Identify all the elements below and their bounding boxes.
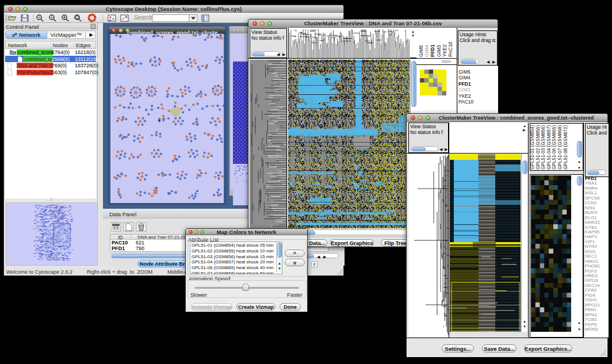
svg-text:PAC10: PAC10 (447, 41, 453, 57)
svg-text:GPL51-01 (GSM854): GPL51-01 (GSM854) (530, 125, 535, 170)
svg-text:GPL51-08 (GSM872): GPL51-08 (GSM872) (563, 125, 568, 170)
svg-text:GIM5: GIM5 (418, 45, 424, 57)
svg-text:YKE2: YKE2 (442, 44, 447, 57)
svg-text:GPL51-02 (GSM855): GPL51-02 (GSM855) (536, 125, 541, 170)
svg-text:Search:: Search: (134, 14, 154, 21)
svg-text:GPL51-04 (GSM857): GPL51-04 (GSM857) (546, 125, 552, 170)
svg-text:GIM4: GIM4 (424, 45, 430, 57)
svg-text:GPL51-07 (GSM868): GPL51-07 (GSM868) (557, 125, 563, 170)
svg-text:GIM3: GIM3 (436, 45, 442, 57)
svg-text:GPL51-06 (GSM865): GPL51-06 (GSM865) (552, 125, 557, 170)
svg-text:PFD1: PFD1 (430, 44, 435, 57)
svg-text:GPL51-03 (GSM856): GPL51-03 (GSM856) (541, 125, 546, 170)
